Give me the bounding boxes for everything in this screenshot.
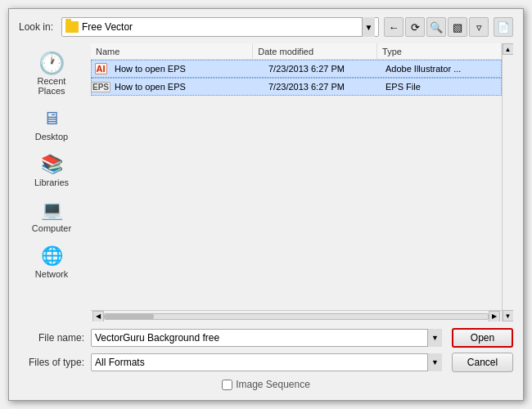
main-content: 🕐 Recent Places 🖥 Desktop 📚 Libraries 💻 …	[19, 43, 513, 321]
file-type-2: EPS File	[382, 82, 499, 92]
open-button[interactable]: Open	[452, 328, 513, 348]
file-name-row: File name: ▼ Open	[19, 328, 513, 348]
sidebar-label-recent-places: Recent Places	[25, 76, 79, 96]
file-list-body: AI How to open EPS 7/23/2013 6:27 PM Ado…	[91, 60, 502, 310]
refresh-button[interactable]: ⟳	[405, 17, 425, 37]
file-type-select[interactable]: All Formats	[91, 353, 442, 371]
sidebar-item-recent-places[interactable]: 🕐 Recent Places	[21, 47, 82, 99]
file-type-dropdown-arrow[interactable]: ▼	[427, 353, 442, 371]
col-header-name[interactable]: Name	[91, 43, 253, 59]
cancel-button[interactable]: Cancel	[452, 353, 513, 372]
scroll-up-button[interactable]: ▲	[503, 43, 514, 55]
look-in-dropdown-arrow[interactable]: ▼	[362, 17, 375, 37]
back-button[interactable]: ←	[384, 17, 404, 37]
sidebar-item-computer[interactable]: 💻 Computer	[21, 194, 82, 236]
network-icon: 🌐	[37, 243, 66, 269]
sidebar-item-libraries[interactable]: 📚 Libraries	[21, 148, 82, 191]
search-button[interactable]: 🔍	[426, 17, 446, 37]
look-in-bar: Look in: Free Vector ▼ ← ⟳ 🔍 ▧ ▿ 📄	[19, 17, 513, 37]
col-header-date[interactable]: Date modified	[253, 43, 377, 59]
scroll-down-button[interactable]: ▼	[503, 310, 514, 321]
view-options-button[interactable]: ▿	[469, 17, 489, 37]
file-name-label: File name:	[19, 332, 84, 344]
current-folder-name: Free Vector	[82, 21, 358, 33]
horizontal-scrollbar-area: ◀ ▶	[91, 310, 502, 321]
look-in-dropdown[interactable]: Free Vector ▼	[61, 17, 379, 37]
file-name-input[interactable]	[91, 329, 442, 347]
eps-file-icon: EPS	[93, 79, 108, 94]
action-buttons: Open	[452, 328, 513, 348]
libraries-icon: 📚	[37, 151, 66, 178]
file-type-value: All Formats	[95, 357, 423, 368]
folder-icon	[65, 21, 79, 33]
desktop-icon: 🖥	[37, 106, 66, 132]
file-date-1: 7/23/2013 6:27 PM	[265, 64, 382, 74]
image-sequence-checkbox[interactable]	[222, 380, 232, 390]
toolbar-buttons: ← ⟳ 🔍 ▧ ▿	[384, 17, 489, 37]
sidebar-label-computer: Computer	[32, 223, 71, 233]
sidebar-label-libraries: Libraries	[34, 178, 69, 187]
sidebar-item-network[interactable]: 🌐 Network	[21, 240, 82, 282]
col-header-type[interactable]: Type	[377, 43, 502, 59]
sidebar-label-desktop: Desktop	[35, 132, 68, 142]
sidebar-label-network: Network	[35, 269, 68, 279]
table-row[interactable]: AI How to open EPS 7/23/2013 6:27 PM Ado…	[91, 60, 502, 78]
file-type-row: Files of type: All Formats ▼ Cancel	[19, 353, 513, 372]
table-row[interactable]: EPS How to open EPS 7/23/2013 6:27 PM EP…	[91, 78, 502, 96]
horizontal-scrollbar[interactable]	[104, 313, 489, 320]
open-dialog: Look in: Free Vector ▼ ← ⟳ 🔍 ▧ ▿ 📄 🕐 Rec…	[8, 8, 524, 401]
recent-places-icon: 🕐	[37, 50, 66, 76]
vertical-scrollbar: ▲ ▼	[502, 43, 513, 321]
view-button[interactable]: ▧	[448, 17, 467, 37]
scrollbar-thumb	[105, 314, 154, 319]
scroll-right-button[interactable]: ▶	[489, 311, 500, 322]
cancel-button-col: Cancel	[452, 353, 513, 372]
file-type-label: Files of type:	[19, 357, 84, 368]
file-list-header: Name Date modified Type	[91, 43, 502, 60]
sidebar: 🕐 Recent Places 🖥 Desktop 📚 Libraries 💻 …	[19, 43, 84, 321]
file-type-1: Adobe Illustrator ...	[382, 64, 499, 74]
look-in-label: Look in:	[19, 21, 53, 33]
file-name-dropdown-arrow[interactable]: ▼	[427, 329, 442, 347]
file-date-2: 7/23/2013 6:27 PM	[265, 82, 382, 92]
image-sequence-row: Image Sequence	[19, 379, 513, 390]
file-panel-wrapper: Name Date modified Type AI How to open E…	[91, 43, 513, 321]
scroll-left-button[interactable]: ◀	[92, 311, 104, 322]
image-sequence-label: Image Sequence	[236, 379, 310, 390]
bottom-section: File name: ▼ Open Files of type: All For…	[19, 328, 513, 390]
ai-file-icon: AI	[93, 61, 108, 76]
sidebar-item-desktop[interactable]: 🖥 Desktop	[21, 102, 82, 145]
file-name-1: How to open EPS	[111, 64, 265, 74]
new-folder-button[interactable]: 📄	[494, 17, 513, 37]
computer-icon: 💻	[37, 197, 66, 223]
file-name-2: How to open EPS	[111, 82, 265, 92]
file-panel: Name Date modified Type AI How to open E…	[91, 43, 502, 321]
